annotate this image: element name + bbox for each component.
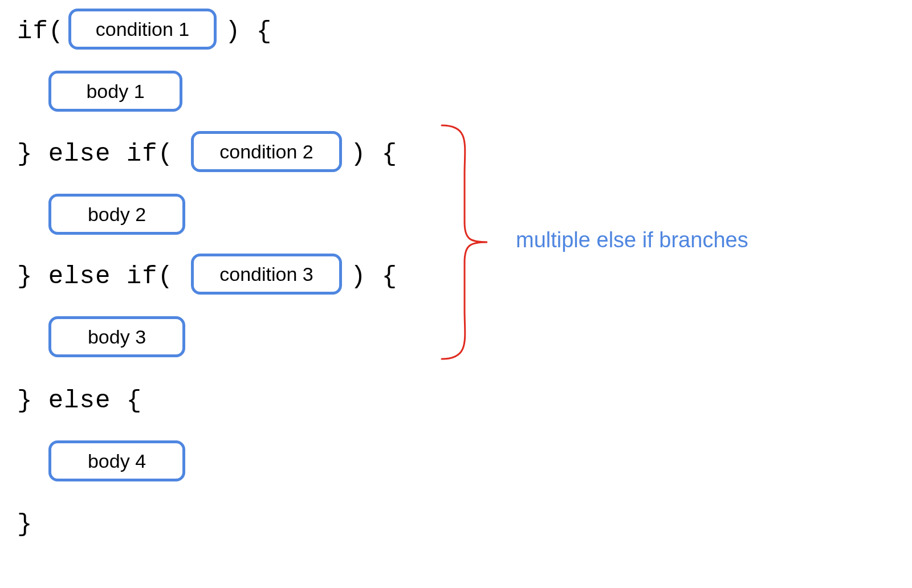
code-else-if-2-close: ) { xyxy=(351,262,397,291)
pill-body-1-label: body 1 xyxy=(86,80,144,103)
pill-body-3-label: body 3 xyxy=(88,326,146,348)
curly-brace-icon xyxy=(439,122,507,362)
pill-body-1: body 1 xyxy=(48,71,182,112)
code-else-if-1-open: } else if( xyxy=(17,140,173,168)
code-else-if-2-open: } else if( xyxy=(17,262,173,291)
pill-condition-3-label: condition 3 xyxy=(219,263,313,285)
pill-body-2-label: body 2 xyxy=(88,203,146,226)
annotation-multiple-else-if: multiple else if branches xyxy=(516,228,748,252)
pill-body-4: body 4 xyxy=(48,440,185,481)
code-else-open: } else { xyxy=(17,386,142,415)
code-if-close: ) { xyxy=(225,17,272,46)
pill-condition-2: condition 2 xyxy=(191,131,342,172)
code-if-open: if( xyxy=(17,17,64,46)
pill-body-3: body 3 xyxy=(48,316,185,357)
pill-body-4-label: body 4 xyxy=(88,450,146,472)
pill-condition-1-label: condition 1 xyxy=(96,18,189,40)
pill-body-2: body 2 xyxy=(48,194,185,235)
pill-condition-2-label: condition 2 xyxy=(219,141,313,163)
code-close-brace: } xyxy=(17,510,32,538)
diagram-canvas: if( condition 1 ) { body 1 } else if( co… xyxy=(0,0,912,588)
pill-condition-3: condition 3 xyxy=(191,254,342,295)
code-else-if-1-close: ) { xyxy=(351,140,397,168)
pill-condition-1: condition 1 xyxy=(68,9,217,50)
